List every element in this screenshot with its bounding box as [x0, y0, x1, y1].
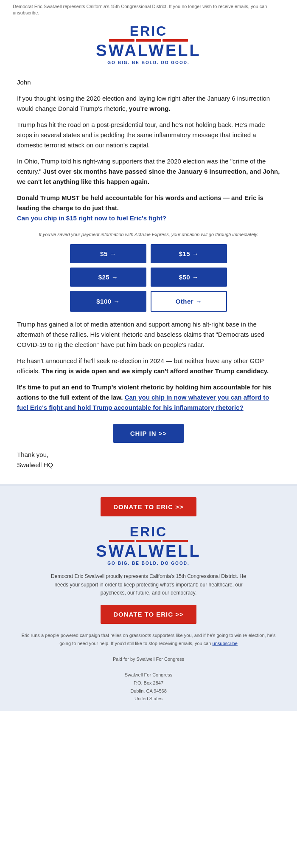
chip-in-button[interactable]: CHIP IN >>: [113, 424, 184, 443]
logo-bar-2: [136, 39, 161, 42]
logo-eric: ERIC: [96, 24, 201, 38]
footer-city: Dublin, CA 94568: [130, 688, 167, 693]
footer-country: United States: [134, 696, 163, 701]
cta-link-1[interactable]: Can you chip in $15 right now to fuel Er…: [17, 214, 166, 222]
donation-section: If you've saved your payment information…: [17, 231, 280, 312]
footer-paid-for: Paid for by Swalwell For Congress: [17, 655, 280, 663]
donate-other-button[interactable]: Other →: [151, 291, 227, 312]
actblue-note: If you've saved your payment information…: [17, 231, 280, 239]
paragraph-3: In Ohio, Trump told his right-wing suppo…: [17, 156, 280, 187]
footer-logo-eric: ERIC: [17, 525, 280, 538]
footer-org: Swalwell For Congress: [125, 672, 172, 677]
paragraph-6: He hasn't announced if he'll seek re-ele…: [17, 356, 280, 376]
closing-line1: Thank you,: [17, 451, 48, 458]
donate-100-button[interactable]: $100 →: [70, 291, 146, 312]
footer-donate-button-1[interactable]: DONATE TO ERIC >>: [101, 497, 196, 516]
logo-bar-1: [109, 39, 134, 42]
closing-line2: Swalwell HQ: [17, 461, 53, 468]
chip-in-wrap: CHIP IN >>: [17, 420, 280, 443]
footer-address: Swalwell For Congress P.O. Box 2847 Dubl…: [17, 671, 280, 703]
logo-swalwell: SWALWELL: [96, 42, 201, 59]
donate-5-button[interactable]: $5 →: [70, 244, 146, 263]
greeting: John —: [17, 77, 280, 87]
footer-area: DONATE TO ERIC >> ERIC SWALWELL GO BIG. …: [0, 485, 297, 711]
paragraph-1: If you thought losing the 2020 election …: [17, 93, 280, 114]
logo-area: ERIC SWALWELL GO BIG. BE BOLD. DO GOOD.: [0, 20, 297, 73]
footer-legal-1: Eric runs a people-powered campaign that…: [17, 631, 280, 647]
footer-donate-wrap-1: DONATE TO ERIC >>: [17, 497, 280, 516]
footer-logo: ERIC SWALWELL GO BIG. BE BOLD. DO GOOD.: [17, 525, 280, 566]
paragraph-4: Donald Trump MUST be held accountable fo…: [17, 193, 280, 223]
main-content: John — If you thought losing the 2020 el…: [0, 73, 297, 485]
donate-25-button[interactable]: $25 →: [70, 268, 146, 287]
footer-legal: Eric runs a people-powered campaign that…: [17, 631, 280, 703]
paragraph-5: Trump has gained a lot of media attentio…: [17, 319, 280, 350]
footer-logo-swalwell: SWALWELL: [17, 543, 280, 559]
footer-logo-text: ERIC SWALWELL GO BIG. BE BOLD. DO GOOD.: [17, 525, 280, 566]
paragraph-2: Trump has hit the road on a post-preside…: [17, 120, 280, 150]
closing: Thank you, Swalwell HQ: [17, 450, 280, 470]
donate-50-button[interactable]: $50 →: [151, 268, 227, 287]
footer-disclaimer: Democrat Eric Swalwell proudly represent…: [47, 572, 250, 597]
donate-15-button[interactable]: $15 →: [151, 244, 227, 263]
logo-bars: [96, 39, 201, 42]
paragraph-7: It's time to put an end to Trump's viole…: [17, 382, 280, 413]
top-disclaimer: Democrat Eric Swalwell represents Califo…: [0, 0, 297, 20]
footer-po: P.O. Box 2847: [134, 680, 163, 685]
footer-donate-button-2[interactable]: DONATE TO ERIC >>: [101, 605, 196, 624]
logo: ERIC SWALWELL GO BIG. BE BOLD. DO GOOD.: [96, 24, 201, 65]
logo-bar-3: [163, 39, 188, 42]
unsubscribe-link[interactable]: unsubscribe: [213, 641, 238, 646]
logo-tagline: GO BIG. BE BOLD. DO GOOD.: [96, 60, 201, 65]
footer-donate-wrap-2: DONATE TO ERIC >>: [17, 605, 280, 624]
donation-grid: $5 → $15 → $25 → $50 → $100 → Other →: [70, 244, 227, 312]
footer-logo-tagline: GO BIG. BE BOLD. DO GOOD.: [17, 561, 280, 566]
